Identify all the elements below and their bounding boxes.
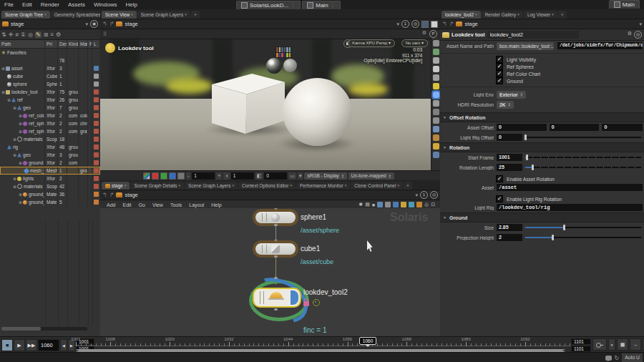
- rgba-channels-icon[interactable]: [143, 172, 150, 180]
- row-flag-icon[interactable]: [94, 74, 99, 79]
- forward-icon[interactable]: ↱: [109, 192, 114, 198]
- parameter-tab-log-viewer[interactable]: Log Viewer▾: [524, 11, 557, 19]
- histogram-icon[interactable]: ▭: [288, 172, 296, 180]
- enable-light-rig-rotation-checkbox[interactable]: ✓: [496, 195, 503, 202]
- expand-icon[interactable]: ⊕: [19, 129, 22, 134]
- network-tab-new-tab[interactable]: +: [404, 182, 412, 190]
- expand-icon[interactable]: ⊕: [13, 184, 16, 189]
- grid-blue-icon[interactable]: [433, 126, 439, 132]
- expand-icon[interactable]: ⊕: [19, 160, 22, 165]
- frame-marker[interactable]: 1060: [359, 337, 376, 345]
- menu-windows[interactable]: Windows: [89, 1, 121, 8]
- tree-horizontal-scrollbar[interactable]: [1, 327, 87, 331]
- expand-icon[interactable]: ⊕: [19, 121, 22, 126]
- network-path[interactable]: stage: [125, 192, 137, 198]
- row-flag-icon[interactable]: [94, 192, 99, 197]
- sync-icon[interactable]: ⇅: [1, 31, 6, 38]
- network-tab-scene-graph-details[interactable]: Scene Graph Details▾: [130, 182, 184, 190]
- display-gear-icon[interactable]: ⚙: [422, 30, 426, 38]
- path-menu-icon[interactable]: ▾: [639, 21, 642, 27]
- tree-row-lookdev-tool[interactable]: ⊕lookdev_toolXfor75grou: [0, 88, 100, 96]
- tree-tab-scene-graph-tree[interactable]: Scene Graph Tree▾: [1, 11, 50, 19]
- row-flag-icon[interactable]: [94, 97, 99, 102]
- stow-icon[interactable]: ■: [372, 202, 375, 207]
- tree-row-lights[interactable]: ⊕lightsXfor2: [0, 175, 100, 182]
- parameter-tab-lookdev-tool2[interactable]: lookdev_tool2▾: [441, 11, 481, 19]
- tree-row-ground[interactable]: ⊕groundXfor2com: [0, 159, 100, 167]
- chain-icon[interactable]: [433, 109, 439, 115]
- row-flag-icon[interactable]: [94, 113, 99, 118]
- tree-tab-geometry-spreadsheet[interactable]: Geometry Spreadsheet▾: [51, 11, 100, 19]
- menu-assets[interactable]: Assets: [64, 1, 89, 8]
- row-flag-icon[interactable]: [94, 200, 99, 205]
- camera-dropdown[interactable]: No cam ▾: [401, 39, 428, 47]
- frame-ruler[interactable]: 1001100810201032104410561068108010921060: [76, 337, 570, 348]
- network-menu-go[interactable]: Go: [135, 202, 149, 207]
- column-header-mat[interactable]: Mat: [79, 40, 88, 48]
- enable-asset-rotation-checkbox[interactable]: ✓: [496, 175, 503, 182]
- grid-display2-icon[interactable]: [385, 202, 391, 207]
- light-visibility-checkbox[interactable]: ✓: [496, 56, 503, 63]
- tree-row-cube[interactable]: cubeCube1: [0, 72, 100, 80]
- search-icon[interactable]: ◎: [28, 31, 33, 38]
- section-offset-rotation[interactable]: ▼Offset Rotation: [440, 112, 644, 122]
- expand-icon[interactable]: ⊕: [13, 176, 16, 181]
- go-to-end-button[interactable]: ▶▶: [26, 339, 37, 351]
- viewport-tab-scene-graph-layers[interactable]: Scene Graph Layers▾: [137, 11, 190, 19]
- tree-row-rig[interactable]: rigXfor48grou: [0, 143, 100, 151]
- pen-icon[interactable]: ✎: [35, 31, 42, 38]
- path-menu-icon[interactable]: ▾: [396, 21, 399, 27]
- visibility-icon[interactable]: [433, 40, 439, 47]
- back-icon[interactable]: ↰: [442, 21, 447, 27]
- light-rig-offset-slider[interactable]: [525, 134, 643, 141]
- forward-icon[interactable]: ↱: [109, 21, 114, 27]
- expand-icon[interactable]: ⊕: [13, 137, 16, 142]
- tree-row-materials[interactable]: ⊕materialsScop18: [0, 135, 100, 143]
- expand-icon[interactable]: ⊕: [7, 97, 11, 102]
- light-rig-field[interactable]: /lookdev_tool/rig: [497, 204, 643, 211]
- pin-icon[interactable]: ◎: [430, 191, 438, 199]
- node-sphere1[interactable]: [255, 212, 296, 223]
- asset-path-field[interactable]: /dat/jobs/sidefx/fur/Chipmunk/otls/lop_b…: [557, 42, 643, 49]
- grid-display-icon[interactable]: [377, 202, 383, 207]
- column-header-kind[interactable]: Kind: [67, 40, 79, 48]
- viewport-tab-scene-view[interactable]: Scene View▾: [102, 11, 137, 19]
- asset-field[interactable]: /asset: [497, 184, 643, 191]
- network-canvas[interactable]: Solaris sphere1 /asset/sphere cube1 /ass…: [100, 208, 440, 336]
- key-button[interactable]: [592, 338, 607, 351]
- global-range-end-field[interactable]: 1101: [571, 338, 591, 345]
- colorspace-dropdown[interactable]: sRGB - Display▲▼: [304, 172, 346, 180]
- frame-all-icon[interactable]: ⊡: [431, 202, 435, 207]
- auto-update-mode[interactable]: Auto U: [622, 353, 643, 362]
- tree-row-geo[interactable]: ⊕geoXfor3grou: [0, 151, 100, 159]
- row-flag-icon[interactable]: [94, 105, 99, 110]
- network-menu-help[interactable]: Help: [208, 202, 225, 207]
- bundle-icon[interactable]: ⊞: [44, 31, 49, 38]
- parameter-path[interactable]: stage: [464, 21, 477, 27]
- message-bubble-icon[interactable]: [605, 356, 612, 361]
- gain-plus-button[interactable]: +: [216, 172, 222, 180]
- zoom-icon[interactable]: ◎: [424, 202, 429, 207]
- network-menu-layout[interactable]: Layout: [185, 202, 208, 207]
- node-input-dot[interactable]: [274, 240, 278, 242]
- rotation-length-field[interactable]: 25: [497, 164, 522, 171]
- lookdev-tool-icon[interactable]: [433, 92, 439, 98]
- renderer-dropdown[interactable]: Karma XPU Persp ▾: [348, 39, 395, 47]
- lights-icon[interactable]: ≡: [50, 31, 54, 38]
- gear-icon[interactable]: ⚙: [628, 31, 632, 39]
- menu-file[interactable]: File: [0, 1, 18, 8]
- play-button[interactable]: ▶: [14, 339, 25, 351]
- row-flag-icon[interactable]: [94, 176, 99, 181]
- crosshair-icon[interactable]: ✛: [9, 31, 14, 38]
- node-output-dot[interactable]: [274, 224, 278, 226]
- node-output-dot[interactable]: [274, 308, 278, 310]
- tree-row-geo[interactable]: ⊕geoXfor7grou: [0, 104, 100, 112]
- gallery-icon[interactable]: [421, 21, 429, 28]
- info-icon[interactable]: ①: [21, 31, 26, 38]
- viewport-path[interactable]: stage: [125, 21, 137, 27]
- snapshot-count-badge[interactable]: 1: [401, 20, 409, 28]
- column-header-pri[interactable]: Pri: [45, 40, 58, 48]
- network-tab-context-options-editor[interactable]: Context Options Editor▾: [238, 182, 296, 190]
- gamma-field[interactable]: 1: [231, 172, 254, 180]
- network-menu-tools[interactable]: Tools: [167, 202, 185, 207]
